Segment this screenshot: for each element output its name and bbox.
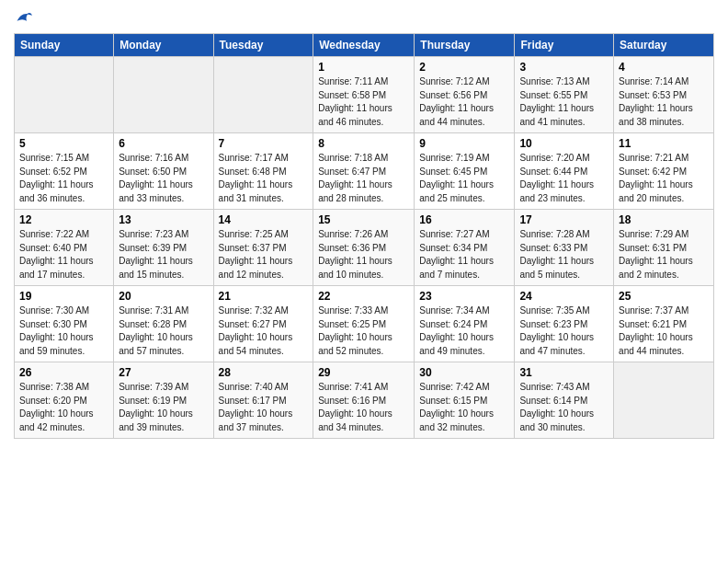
day-info: Sunrise: 7:17 AM Sunset: 6:48 PM Dayligh…: [219, 152, 309, 205]
calendar-cell: 15Sunrise: 7:26 AM Sunset: 6:36 PM Dayli…: [313, 210, 415, 286]
weekday-header-saturday: Saturday: [614, 34, 714, 57]
day-info: Sunrise: 7:39 AM Sunset: 6:19 PM Dayligh…: [119, 381, 208, 434]
day-info: Sunrise: 7:31 AM Sunset: 6:28 PM Dayligh…: [119, 304, 208, 358]
calendar-cell: 29Sunrise: 7:41 AM Sunset: 6:16 PM Dayli…: [313, 362, 415, 439]
calendar-week-row: 1Sunrise: 7:11 AM Sunset: 6:58 PM Daylig…: [15, 57, 714, 133]
day-info: Sunrise: 7:12 AM Sunset: 6:56 PM Dayligh…: [419, 75, 509, 129]
day-number: 19: [19, 290, 108, 303]
day-number: 22: [318, 290, 409, 303]
calendar-cell: 4Sunrise: 7:14 AM Sunset: 6:53 PM Daylig…: [614, 57, 714, 133]
day-number: 12: [19, 213, 108, 226]
calendar-cell: 2Sunrise: 7:12 AM Sunset: 6:56 PM Daylig…: [415, 57, 515, 133]
calendar-cell: 7Sunrise: 7:17 AM Sunset: 6:48 PM Daylig…: [213, 133, 313, 210]
calendar-cell: 20Sunrise: 7:31 AM Sunset: 6:28 PM Dayli…: [114, 286, 213, 362]
day-info: Sunrise: 7:23 AM Sunset: 6:39 PM Dayligh…: [119, 228, 208, 282]
day-info: Sunrise: 7:11 AM Sunset: 6:58 PM Dayligh…: [318, 75, 409, 129]
day-number: 18: [619, 213, 709, 226]
calendar-cell: [614, 362, 714, 439]
day-number: 4: [619, 61, 709, 74]
calendar-cell: 19Sunrise: 7:30 AM Sunset: 6:30 PM Dayli…: [15, 286, 114, 362]
day-info: Sunrise: 7:40 AM Sunset: 6:17 PM Dayligh…: [219, 381, 309, 434]
day-info: Sunrise: 7:34 AM Sunset: 6:24 PM Dayligh…: [419, 304, 509, 358]
calendar-cell: 12Sunrise: 7:22 AM Sunset: 6:40 PM Dayli…: [15, 210, 114, 286]
page-header: [14, 9, 714, 26]
day-info: Sunrise: 7:26 AM Sunset: 6:36 PM Dayligh…: [318, 228, 409, 282]
day-info: Sunrise: 7:38 AM Sunset: 6:20 PM Dayligh…: [19, 381, 108, 434]
weekday-header-thursday: Thursday: [415, 34, 515, 57]
day-info: Sunrise: 7:19 AM Sunset: 6:45 PM Dayligh…: [419, 152, 509, 205]
calendar-cell: 16Sunrise: 7:27 AM Sunset: 6:34 PM Dayli…: [415, 210, 515, 286]
calendar-cell: 5Sunrise: 7:15 AM Sunset: 6:52 PM Daylig…: [15, 133, 114, 210]
day-number: 25: [619, 290, 709, 303]
day-number: 1: [318, 61, 409, 74]
day-info: Sunrise: 7:37 AM Sunset: 6:21 PM Dayligh…: [619, 304, 709, 358]
calendar-cell: 24Sunrise: 7:35 AM Sunset: 6:23 PM Dayli…: [515, 286, 614, 362]
day-number: 27: [119, 366, 208, 379]
calendar-cell: 26Sunrise: 7:38 AM Sunset: 6:20 PM Dayli…: [15, 362, 114, 439]
day-info: Sunrise: 7:29 AM Sunset: 6:31 PM Dayligh…: [619, 228, 709, 282]
weekday-header-wednesday: Wednesday: [313, 34, 415, 57]
calendar-cell: 1Sunrise: 7:11 AM Sunset: 6:58 PM Daylig…: [313, 57, 415, 133]
weekday-header-row: SundayMondayTuesdayWednesdayThursdayFrid…: [15, 34, 714, 57]
calendar-cell: 11Sunrise: 7:21 AM Sunset: 6:42 PM Dayli…: [614, 133, 714, 210]
logo-bird-icon: [16, 9, 32, 26]
calendar-cell: 13Sunrise: 7:23 AM Sunset: 6:39 PM Dayli…: [114, 210, 213, 286]
day-info: Sunrise: 7:14 AM Sunset: 6:53 PM Dayligh…: [619, 75, 709, 129]
weekday-header-sunday: Sunday: [15, 34, 114, 57]
day-number: 21: [219, 290, 309, 303]
day-number: 5: [19, 137, 108, 150]
calendar-cell: 9Sunrise: 7:19 AM Sunset: 6:45 PM Daylig…: [415, 133, 515, 210]
day-info: Sunrise: 7:13 AM Sunset: 6:55 PM Dayligh…: [519, 75, 609, 129]
calendar-week-row: 5Sunrise: 7:15 AM Sunset: 6:52 PM Daylig…: [15, 133, 714, 210]
day-number: 20: [119, 290, 208, 303]
day-number: 13: [119, 213, 208, 226]
calendar-cell: 30Sunrise: 7:42 AM Sunset: 6:15 PM Dayli…: [415, 362, 515, 439]
calendar-cell: 31Sunrise: 7:43 AM Sunset: 6:14 PM Dayli…: [515, 362, 614, 439]
day-number: 9: [419, 137, 509, 150]
day-info: Sunrise: 7:43 AM Sunset: 6:14 PM Dayligh…: [519, 381, 609, 434]
day-number: 16: [419, 213, 509, 226]
day-number: 31: [519, 366, 609, 379]
day-number: 2: [419, 61, 509, 74]
day-info: Sunrise: 7:21 AM Sunset: 6:42 PM Dayligh…: [619, 152, 709, 205]
day-info: Sunrise: 7:25 AM Sunset: 6:37 PM Dayligh…: [219, 228, 309, 282]
calendar-week-row: 19Sunrise: 7:30 AM Sunset: 6:30 PM Dayli…: [15, 286, 714, 362]
calendar-cell: 8Sunrise: 7:18 AM Sunset: 6:47 PM Daylig…: [313, 133, 415, 210]
calendar-cell: [213, 57, 313, 133]
day-info: Sunrise: 7:35 AM Sunset: 6:23 PM Dayligh…: [519, 304, 609, 358]
day-info: Sunrise: 7:30 AM Sunset: 6:30 PM Dayligh…: [19, 304, 108, 358]
calendar-week-row: 12Sunrise: 7:22 AM Sunset: 6:40 PM Dayli…: [15, 210, 714, 286]
calendar-cell: [15, 57, 114, 133]
calendar-cell: [114, 57, 213, 133]
calendar-cell: 22Sunrise: 7:33 AM Sunset: 6:25 PM Dayli…: [313, 286, 415, 362]
calendar-week-row: 26Sunrise: 7:38 AM Sunset: 6:20 PM Dayli…: [15, 362, 714, 439]
day-info: Sunrise: 7:15 AM Sunset: 6:52 PM Dayligh…: [19, 152, 108, 205]
day-info: Sunrise: 7:32 AM Sunset: 6:27 PM Dayligh…: [219, 304, 309, 358]
calendar-cell: 3Sunrise: 7:13 AM Sunset: 6:55 PM Daylig…: [515, 57, 614, 133]
weekday-header-monday: Monday: [114, 34, 213, 57]
day-number: 17: [519, 213, 609, 226]
weekday-header-friday: Friday: [515, 34, 614, 57]
day-info: Sunrise: 7:27 AM Sunset: 6:34 PM Dayligh…: [419, 228, 509, 282]
calendar-cell: 18Sunrise: 7:29 AM Sunset: 6:31 PM Dayli…: [614, 210, 714, 286]
day-info: Sunrise: 7:28 AM Sunset: 6:33 PM Dayligh…: [519, 228, 609, 282]
calendar-cell: 25Sunrise: 7:37 AM Sunset: 6:21 PM Dayli…: [614, 286, 714, 362]
day-number: 10: [519, 137, 609, 150]
day-info: Sunrise: 7:41 AM Sunset: 6:16 PM Dayligh…: [318, 381, 409, 434]
day-number: 23: [419, 290, 509, 303]
day-number: 29: [318, 366, 409, 379]
day-number: 14: [219, 213, 309, 226]
day-number: 15: [318, 213, 409, 226]
day-info: Sunrise: 7:33 AM Sunset: 6:25 PM Dayligh…: [318, 304, 409, 358]
day-number: 8: [318, 137, 409, 150]
day-number: 28: [219, 366, 309, 379]
day-info: Sunrise: 7:22 AM Sunset: 6:40 PM Dayligh…: [19, 228, 108, 282]
calendar-cell: 17Sunrise: 7:28 AM Sunset: 6:33 PM Dayli…: [515, 210, 614, 286]
calendar-cell: 10Sunrise: 7:20 AM Sunset: 6:44 PM Dayli…: [515, 133, 614, 210]
day-info: Sunrise: 7:42 AM Sunset: 6:15 PM Dayligh…: [419, 381, 509, 434]
calendar-cell: 21Sunrise: 7:32 AM Sunset: 6:27 PM Dayli…: [213, 286, 313, 362]
day-number: 11: [619, 137, 709, 150]
weekday-header-tuesday: Tuesday: [213, 34, 313, 57]
day-number: 6: [119, 137, 208, 150]
calendar-table: SundayMondayTuesdayWednesdayThursdayFrid…: [14, 33, 714, 439]
